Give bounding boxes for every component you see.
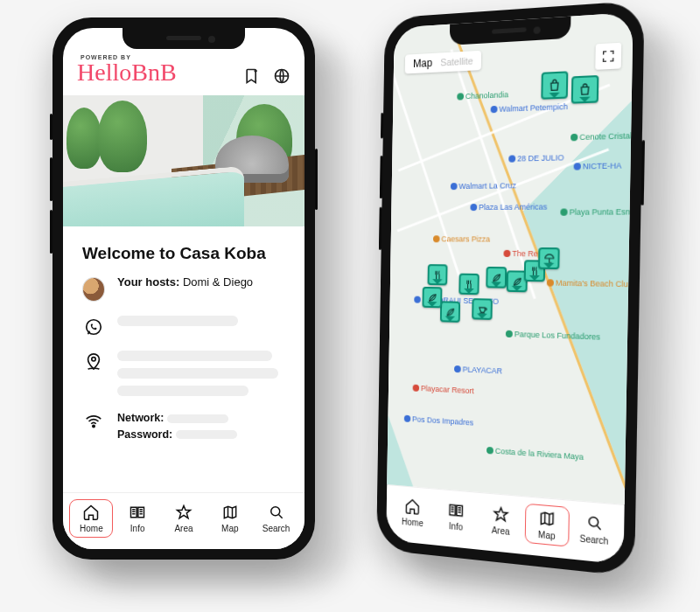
tab-label: Home — [402, 517, 424, 528]
wifi-network-label: Network: — [117, 412, 164, 424]
map-poi-label[interactable]: Walmart Petempich — [491, 102, 568, 115]
map-poi-label[interactable]: Plaza Las Américas — [470, 202, 547, 212]
tab-home[interactable]: Home — [70, 500, 112, 537]
map-pin-cutlery[interactable] — [458, 274, 479, 296]
map-pin-leaf[interactable] — [486, 267, 507, 289]
tab-label: Map — [538, 530, 556, 541]
globe-icon[interactable] — [273, 67, 290, 85]
tab-label: Home — [80, 524, 103, 533]
device-notch — [122, 28, 245, 49]
property-hero-image — [63, 95, 304, 226]
map-poi-label[interactable]: NICTE-HA — [574, 161, 622, 171]
whatsapp-icon — [84, 317, 103, 337]
hosts-row: Your hosts: Domi & Diego — [82, 275, 285, 302]
location-row[interactable] — [82, 351, 285, 396]
tab-info[interactable]: Info — [436, 497, 477, 537]
map-poi-label[interactable]: Caesars Pizza — [433, 234, 490, 243]
svg-point-5 — [589, 517, 598, 526]
tab-label: Area — [492, 525, 510, 537]
phone-mockup-map: Map Satellite ChanolandiaWalmart Petempi… — [376, 0, 645, 576]
brand-logo: HelloBnB — [77, 60, 177, 85]
wifi-password-label: Password: — [117, 428, 172, 441]
svg-point-4 — [270, 507, 279, 516]
map-type-satellite[interactable]: Satellite — [440, 55, 473, 67]
placeholder-line — [117, 316, 238, 326]
map-pin-cup[interactable] — [472, 298, 493, 320]
placeholder-line — [117, 351, 272, 361]
placeholder-line — [117, 386, 248, 396]
hosts-names: Domi & Diego — [183, 275, 253, 289]
tab-search[interactable]: Search — [572, 508, 617, 551]
wifi-icon — [84, 412, 103, 431]
phone-mockup-home: POWERED BY HelloBnB — [52, 17, 315, 560]
tab-label: Area — [174, 524, 192, 533]
bookmark-add-icon[interactable] — [243, 67, 261, 85]
map-poi-label[interactable]: Mamita's Beach Club — [547, 278, 634, 289]
fullscreen-button[interactable] — [595, 43, 621, 70]
map-pin-cutlery[interactable] — [428, 264, 448, 285]
tab-home[interactable]: Home — [393, 492, 432, 532]
map-poi-label[interactable]: 28 DE JULIO — [508, 153, 564, 163]
map-pin-leaf[interactable] — [440, 301, 460, 323]
placeholder-line — [167, 414, 228, 423]
tab-map[interactable]: Map — [525, 504, 568, 546]
map-pin-bag[interactable] — [541, 71, 568, 99]
tab-area[interactable]: Area — [480, 500, 522, 541]
contact-row[interactable] — [82, 316, 285, 337]
tab-label: Info — [130, 524, 145, 533]
map-poi-label[interactable]: Cenote Cristal — [570, 131, 632, 142]
map-canvas[interactable]: Map Satellite ChanolandiaWalmart Petempi… — [387, 12, 633, 504]
hosts-label: Your hosts: — [117, 275, 179, 289]
map-type-map[interactable]: Map — [413, 57, 432, 70]
map-pin-umbrella[interactable] — [538, 247, 560, 269]
map-poi-label[interactable]: Chanolandia — [457, 90, 508, 101]
svg-point-3 — [93, 425, 94, 427]
host-avatar — [82, 277, 105, 302]
map-pin-leaf[interactable] — [422, 287, 442, 308]
map-poi-label[interactable]: Playa Punta Esmeralda — [560, 207, 633, 217]
tab-label: Map — [221, 524, 238, 533]
welcome-title: Welcome to Casa Koba — [82, 244, 285, 263]
bottom-tabbar: Home Info Area Map Search — [63, 492, 304, 549]
tab-area[interactable]: Area — [163, 500, 205, 537]
map-pin-bag[interactable] — [571, 75, 599, 104]
tab-map[interactable]: Map — [209, 500, 251, 537]
tab-info[interactable]: Info — [116, 500, 158, 537]
tab-label: Search — [262, 524, 290, 533]
tab-label: Info — [449, 521, 463, 532]
location-pin-icon — [84, 352, 103, 372]
map-type-toggle[interactable]: Map Satellite — [405, 51, 482, 74]
placeholder-line — [117, 368, 278, 379]
map-poi-label[interactable]: Walmart La Cruz — [451, 181, 516, 191]
svg-point-2 — [92, 358, 95, 361]
wifi-row: Network: Password: — [82, 410, 285, 443]
tab-label: Search — [579, 533, 608, 546]
tab-search[interactable]: Search — [256, 500, 298, 537]
placeholder-line — [176, 430, 237, 439]
